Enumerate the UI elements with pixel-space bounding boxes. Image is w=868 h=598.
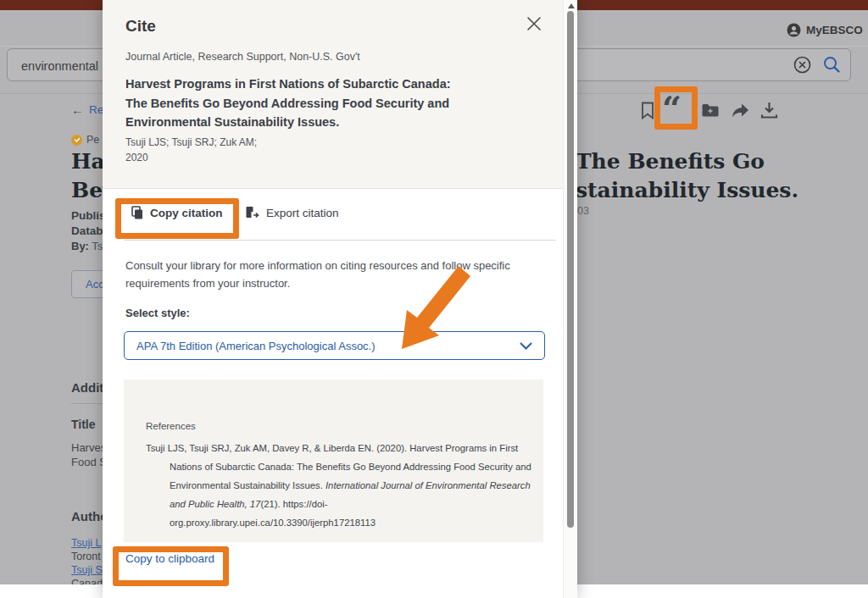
scrollbar-up-arrow[interactable] (568, 3, 575, 8)
screen: MyEBSCO ← Res Pe Har Bey The Benefits Go… (0, 0, 868, 598)
chevron-down-icon (520, 342, 532, 350)
download-icon[interactable] (760, 102, 779, 120)
copy-to-clipboard-link[interactable]: Copy to clipboard (125, 552, 214, 565)
account-label: MyEBSCO (806, 24, 863, 36)
by-label: By: (71, 240, 89, 252)
tab-copy-label: Copy citation (150, 207, 223, 219)
cite-modal-title: Cite (125, 17, 156, 36)
library-note: Consult your library for more informatio… (125, 257, 556, 292)
clear-search-icon[interactable] (793, 56, 811, 74)
title-field-line2: Food S (71, 456, 107, 468)
title-field-line1: Harves (71, 441, 106, 454)
section-divider (71, 403, 103, 404)
record-title-right-line1: The Benefits Go (576, 149, 765, 174)
export-citation-icon (245, 206, 259, 219)
back-arrow-icon: ← (71, 102, 84, 117)
author-link[interactable]: Tsuji S (71, 564, 103, 576)
peer-reviewed-row: Pe (71, 134, 99, 146)
title-field-heading: Title (71, 418, 96, 431)
scrollbar-thumb[interactable] (567, 11, 574, 528)
peer-reviewed-label: Pe (86, 134, 99, 146)
peer-reviewed-badge-icon (71, 135, 82, 146)
by-value: Ts (92, 240, 103, 252)
additional-info-heading: Addit (71, 380, 103, 395)
share-icon[interactable] (730, 102, 748, 120)
references-heading: References (146, 421, 196, 431)
citation-preview-panel: References Tsuji LJS, Tsuji SRJ, Zuk AM,… (124, 379, 543, 542)
by-line: By: Ts (71, 240, 103, 252)
author-affiliation: Toront (71, 551, 101, 562)
add-to-folder-icon[interactable] (701, 102, 720, 120)
myebsco-account-button[interactable]: MyEBSCO (787, 23, 863, 37)
article-authors: Tsuji LJS; Tsuji SRJ; Zuk AM; (125, 136, 257, 148)
author-link[interactable]: Tsuji L (71, 537, 101, 549)
publisher-line: Publis (71, 208, 106, 224)
cite-modal: Cite Journal Article, Research Support, … (103, 0, 577, 598)
search-icon[interactable] (822, 55, 841, 74)
record-meta: Publis Datab (71, 208, 106, 238)
article-year: 2020 (125, 152, 148, 163)
citation-style-dropdown[interactable]: APA 7th Edition (American Psychological … (124, 331, 545, 360)
copy-citation-icon (131, 206, 143, 219)
tab-copy-citation[interactable]: Copy citation (131, 206, 223, 219)
citation-text: Tsuji LJS, Tsuji SRJ, Zuk AM, Davey R, &… (146, 439, 531, 532)
database-line: Datab (71, 224, 106, 239)
cite-icon[interactable]: “ (662, 91, 682, 125)
account-icon (787, 23, 801, 37)
tabs-divider (124, 240, 556, 241)
tab-export-label: Export citation (266, 207, 339, 219)
bookmark-icon[interactable] (639, 102, 658, 120)
article-title: Harvest Programs in First Nations of Sub… (125, 75, 452, 132)
access-button-label: Acc (86, 278, 104, 291)
citation-style-value: APA 7th Edition (American Psychological … (136, 340, 376, 352)
record-subtext: 03 (577, 205, 589, 217)
tab-export-citation[interactable]: Export citation (245, 206, 339, 219)
close-icon[interactable] (526, 15, 546, 36)
select-style-label: Select style: (125, 307, 190, 319)
modal-scrollbar[interactable] (563, 0, 577, 598)
article-type-line: Journal Article, Research Support, Non-U… (125, 51, 360, 63)
record-title-right-line2: stainability Issues. (576, 178, 798, 202)
